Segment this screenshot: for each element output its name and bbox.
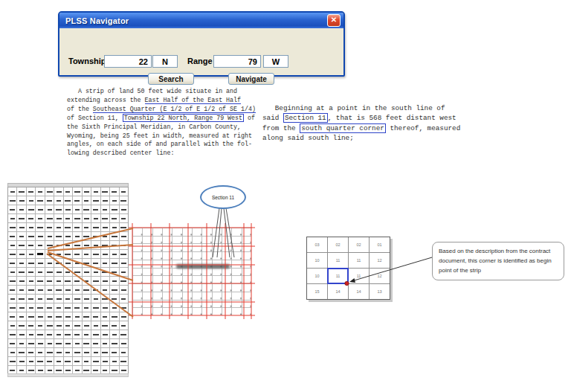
township-grid-cell-mark: [93, 307, 99, 309]
township-grid-cell: [36, 330, 44, 338]
township-grid-cell-mark: [28, 236, 34, 237]
township-grid-cell: [27, 348, 35, 356]
township-grid-cell-mark: [112, 334, 117, 335]
township-grid-cell-mark: [74, 361, 80, 362]
township-grid-cell: [17, 205, 25, 213]
close-icon[interactable]: ✕: [327, 14, 341, 27]
township-grid-cell-mark: [48, 236, 52, 237]
doc-line: from the south quarter corner thereof, m…: [262, 123, 460, 133]
township-grid-cell: [27, 339, 35, 347]
township-grid-cell-mark: [121, 191, 126, 193]
township-grid-cell-mark: [121, 343, 126, 344]
contract-excerpt-description: A strip of land 50 feet wide situate in …: [67, 87, 256, 158]
township-grid-cell: [101, 321, 109, 330]
township-grid-cell-mark: [84, 361, 88, 362]
township-grid-cell-mark: [28, 191, 33, 193]
township-grid-cell-mark: [19, 227, 25, 228]
township-grid-cell: [45, 241, 54, 249]
township-grid-cell-mark: [121, 245, 126, 246]
township-grid-cell: [101, 268, 109, 276]
township-grid-cell-mark: [37, 253, 43, 255]
township-grid-cell-mark: [102, 191, 108, 193]
section-cell: 13: [370, 284, 390, 299]
township-grid-cell-mark: [19, 298, 25, 300]
township-grid-cell: [110, 196, 118, 205]
township-grid-cell: [17, 250, 25, 258]
township-grid-cell: [36, 232, 44, 240]
range-direction-input[interactable]: [263, 55, 288, 68]
township-grid-cell: [64, 196, 72, 205]
township-grid-cell: [54, 241, 62, 249]
township-grid-cell: [64, 187, 72, 196]
township-grid-cell-mark: [28, 218, 33, 219]
township-grid-cell: [27, 286, 35, 294]
section-cell: 11: [349, 253, 369, 268]
township-grid-cell: [45, 223, 54, 231]
doc-line: Beginning at a point in the south line o…: [262, 103, 460, 113]
township-grid-cell: [45, 286, 54, 294]
township-grid-cell: [73, 259, 81, 267]
range-label: Range: [187, 57, 213, 65]
township-grid-cell: [27, 321, 35, 330]
township-grid-cell-mark: [74, 227, 80, 228]
slide-canvas: PLSS Navigator ✕ Township Range Search N…: [0, 0, 571, 392]
township-grid-cell: [54, 339, 62, 347]
township-grid-cell: [83, 214, 91, 222]
township-grid-cell: [54, 268, 62, 276]
township-grid-cell: [120, 232, 128, 240]
township-grid-cell-mark: [103, 200, 108, 202]
doc-text: lowing described center line:: [67, 150, 174, 156]
township-grid-cell-mark: [47, 254, 52, 255]
township-grid-cell-mark: [47, 200, 52, 202]
township-grid-cell: [54, 303, 62, 312]
section-cell: 03: [307, 237, 327, 252]
township-grid-cell: [54, 321, 62, 330]
township-grid-cell-mark: [10, 254, 16, 255]
township-grid-cell-mark: [65, 200, 71, 202]
township-grid-cell: [91, 232, 100, 240]
township-grid-cell-mark: [47, 218, 53, 219]
township-grid-cell-mark: [93, 263, 98, 264]
township-grid-cell: [64, 259, 72, 267]
township-grid-cell: [101, 357, 109, 365]
township-grid-cell: [110, 286, 118, 294]
township-grid-cell-mark: [103, 361, 108, 362]
title-bar[interactable]: PLSS Navigator ✕: [59, 13, 343, 28]
township-input[interactable]: [104, 55, 152, 68]
township-grid-cell-mark: [38, 325, 42, 327]
search-button[interactable]: Search: [148, 73, 194, 85]
township-grid-cell: [17, 295, 25, 303]
township-grid-cell-mark: [121, 209, 126, 211]
township-grid-cell-mark: [10, 370, 15, 371]
township-grid-cell: [83, 232, 91, 240]
township-grid-cell-mark: [10, 334, 16, 335]
township-grid-cell: [27, 223, 35, 231]
township-grid-cell-mark: [83, 343, 89, 344]
section-11-callout: Section 11: [200, 185, 246, 209]
navigate-button[interactable]: Navigate: [228, 73, 274, 85]
township-grid-cell: [8, 259, 16, 267]
township-grid-cell-mark: [56, 236, 62, 237]
township-grid-cell: [17, 268, 25, 276]
township-grid-cell: [27, 205, 35, 213]
township-grid-cell: [8, 339, 16, 347]
township-grid-cell: [17, 187, 25, 196]
township-grid-cell: [36, 339, 44, 347]
township-grid-cell-mark: [37, 200, 43, 202]
range-input[interactable]: [213, 55, 261, 68]
township-grid-cell-mark: [47, 245, 53, 246]
township-direction-input[interactable]: [152, 55, 178, 68]
township-grid-cell: [73, 250, 81, 258]
township-grid-cell: [91, 357, 100, 365]
dialog-body: Township Range Search Navigate: [59, 28, 343, 75]
township-grid-cell-mark: [29, 361, 33, 362]
township-grid-cell: [101, 214, 109, 222]
township-grid-cell-mark: [93, 236, 98, 237]
doc-text: of Section 11,: [67, 115, 123, 121]
township-grid-cell-mark: [112, 254, 117, 255]
township-grid-cell: [36, 357, 44, 365]
township-grid-cell: [110, 303, 118, 312]
township-grid-cell-mark: [83, 263, 89, 264]
township-grid-cell-mark: [84, 280, 88, 282]
township-grid-cell: [91, 321, 100, 330]
